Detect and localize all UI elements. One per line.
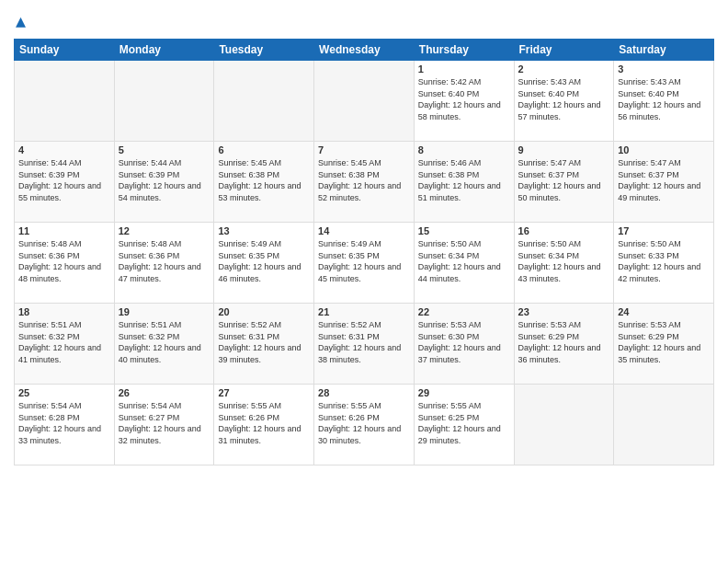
day-number: 7 bbox=[318, 144, 410, 155]
day-cell: 14Sunrise: 5:49 AMSunset: 6:35 PMDayligh… bbox=[314, 223, 415, 304]
day-info: Sunrise: 5:51 AMSunset: 6:32 PMDaylight:… bbox=[18, 319, 110, 365]
day-number: 13 bbox=[218, 225, 310, 236]
day-cell bbox=[514, 385, 614, 465]
day-header: Tuesday bbox=[214, 40, 314, 61]
logo: ▴ bbox=[14, 9, 26, 33]
page: ▴ SundayMondayTuesdayWednesdayThursdayFr… bbox=[0, 0, 728, 563]
day-info: Sunrise: 5:53 AMSunset: 6:30 PMDaylight:… bbox=[418, 319, 510, 365]
day-cell bbox=[314, 61, 415, 142]
day-number: 9 bbox=[518, 144, 610, 155]
day-number: 3 bbox=[618, 63, 710, 75]
day-header: Friday bbox=[514, 40, 614, 61]
day-info: Sunrise: 5:52 AMSunset: 6:31 PMDaylight:… bbox=[318, 319, 410, 365]
day-number: 21 bbox=[318, 306, 410, 317]
day-cell: 4Sunrise: 5:44 AMSunset: 6:39 PMDaylight… bbox=[15, 142, 115, 223]
day-number: 11 bbox=[18, 225, 110, 236]
day-cell: 7Sunrise: 5:45 AMSunset: 6:38 PMDaylight… bbox=[314, 142, 415, 223]
day-cell bbox=[15, 61, 115, 142]
day-info: Sunrise: 5:49 AMSunset: 6:35 PMDaylight:… bbox=[318, 238, 410, 284]
day-cell: 6Sunrise: 5:45 AMSunset: 6:38 PMDaylight… bbox=[214, 142, 314, 223]
day-number: 22 bbox=[418, 306, 510, 317]
week-row: 4Sunrise: 5:44 AMSunset: 6:39 PMDaylight… bbox=[15, 142, 714, 223]
day-cell: 24Sunrise: 5:53 AMSunset: 6:29 PMDayligh… bbox=[614, 304, 714, 385]
day-number: 28 bbox=[318, 387, 410, 398]
day-info: Sunrise: 5:46 AMSunset: 6:38 PMDaylight:… bbox=[418, 157, 510, 203]
day-cell: 15Sunrise: 5:50 AMSunset: 6:34 PMDayligh… bbox=[414, 223, 514, 304]
week-row: 25Sunrise: 5:54 AMSunset: 6:28 PMDayligh… bbox=[15, 385, 714, 465]
day-number: 2 bbox=[518, 63, 610, 75]
day-number: 26 bbox=[119, 387, 210, 398]
day-cell: 19Sunrise: 5:51 AMSunset: 6:32 PMDayligh… bbox=[114, 304, 214, 385]
day-number: 12 bbox=[119, 225, 210, 236]
day-info: Sunrise: 5:52 AMSunset: 6:31 PMDaylight:… bbox=[218, 319, 310, 365]
day-info: Sunrise: 5:50 AMSunset: 6:34 PMDaylight:… bbox=[518, 238, 610, 284]
day-info: Sunrise: 5:50 AMSunset: 6:33 PMDaylight:… bbox=[618, 238, 710, 284]
calendar: SundayMondayTuesdayWednesdayThursdayFrid… bbox=[14, 39, 714, 465]
day-info: Sunrise: 5:44 AMSunset: 6:39 PMDaylight:… bbox=[18, 157, 110, 203]
day-number: 14 bbox=[318, 225, 410, 236]
day-cell: 29Sunrise: 5:55 AMSunset: 6:25 PMDayligh… bbox=[414, 385, 514, 465]
day-info: Sunrise: 5:45 AMSunset: 6:38 PMDaylight:… bbox=[318, 157, 410, 203]
day-cell: 12Sunrise: 5:48 AMSunset: 6:36 PMDayligh… bbox=[114, 223, 214, 304]
day-info: Sunrise: 5:53 AMSunset: 6:29 PMDaylight:… bbox=[518, 319, 610, 365]
day-info: Sunrise: 5:55 AMSunset: 6:26 PMDaylight:… bbox=[218, 400, 310, 446]
day-cell: 3Sunrise: 5:43 AMSunset: 6:40 PMDaylight… bbox=[614, 61, 714, 142]
day-cell: 23Sunrise: 5:53 AMSunset: 6:29 PMDayligh… bbox=[514, 304, 614, 385]
day-header: Monday bbox=[114, 40, 214, 61]
day-header: Wednesday bbox=[314, 40, 415, 61]
day-info: Sunrise: 5:51 AMSunset: 6:32 PMDaylight:… bbox=[119, 319, 210, 365]
day-info: Sunrise: 5:49 AMSunset: 6:35 PMDaylight:… bbox=[218, 238, 310, 284]
day-cell bbox=[114, 61, 214, 142]
day-info: Sunrise: 5:53 AMSunset: 6:29 PMDaylight:… bbox=[618, 319, 710, 365]
logo-icon: ▴ bbox=[16, 9, 26, 33]
day-number: 19 bbox=[119, 306, 210, 317]
day-info: Sunrise: 5:45 AMSunset: 6:38 PMDaylight:… bbox=[218, 157, 310, 203]
day-cell: 5Sunrise: 5:44 AMSunset: 6:39 PMDaylight… bbox=[114, 142, 214, 223]
day-info: Sunrise: 5:48 AMSunset: 6:36 PMDaylight:… bbox=[18, 238, 110, 284]
day-cell: 28Sunrise: 5:55 AMSunset: 6:26 PMDayligh… bbox=[314, 385, 415, 465]
day-number: 6 bbox=[218, 144, 310, 155]
day-cell: 26Sunrise: 5:54 AMSunset: 6:27 PMDayligh… bbox=[114, 385, 214, 465]
day-number: 4 bbox=[18, 144, 110, 155]
day-number: 16 bbox=[518, 225, 610, 236]
day-info: Sunrise: 5:50 AMSunset: 6:34 PMDaylight:… bbox=[418, 238, 510, 284]
day-cell: 25Sunrise: 5:54 AMSunset: 6:28 PMDayligh… bbox=[15, 385, 115, 465]
day-info: Sunrise: 5:47 AMSunset: 6:37 PMDaylight:… bbox=[518, 157, 610, 203]
day-number: 5 bbox=[119, 144, 210, 155]
day-info: Sunrise: 5:43 AMSunset: 6:40 PMDaylight:… bbox=[518, 76, 610, 122]
day-info: Sunrise: 5:42 AMSunset: 6:40 PMDaylight:… bbox=[418, 76, 510, 122]
day-cell: 17Sunrise: 5:50 AMSunset: 6:33 PMDayligh… bbox=[614, 223, 714, 304]
day-number: 29 bbox=[418, 387, 510, 398]
day-cell: 27Sunrise: 5:55 AMSunset: 6:26 PMDayligh… bbox=[214, 385, 314, 465]
day-info: Sunrise: 5:43 AMSunset: 6:40 PMDaylight:… bbox=[618, 76, 710, 122]
day-cell: 2Sunrise: 5:43 AMSunset: 6:40 PMDaylight… bbox=[514, 61, 614, 142]
header: ▴ bbox=[14, 9, 714, 33]
day-number: 8 bbox=[418, 144, 510, 155]
day-info: Sunrise: 5:44 AMSunset: 6:39 PMDaylight:… bbox=[119, 157, 210, 203]
day-number: 24 bbox=[618, 306, 710, 317]
day-cell: 16Sunrise: 5:50 AMSunset: 6:34 PMDayligh… bbox=[514, 223, 614, 304]
day-cell: 21Sunrise: 5:52 AMSunset: 6:31 PMDayligh… bbox=[314, 304, 415, 385]
day-cell: 13Sunrise: 5:49 AMSunset: 6:35 PMDayligh… bbox=[214, 223, 314, 304]
day-number: 20 bbox=[218, 306, 310, 317]
week-row: 11Sunrise: 5:48 AMSunset: 6:36 PMDayligh… bbox=[15, 223, 714, 304]
week-row: 1Sunrise: 5:42 AMSunset: 6:40 PMDaylight… bbox=[15, 61, 714, 142]
day-info: Sunrise: 5:47 AMSunset: 6:37 PMDaylight:… bbox=[618, 157, 710, 203]
day-header: Sunday bbox=[15, 40, 115, 61]
day-header: Saturday bbox=[614, 40, 714, 61]
day-cell bbox=[614, 385, 714, 465]
day-info: Sunrise: 5:54 AMSunset: 6:28 PMDaylight:… bbox=[18, 400, 110, 446]
week-row: 18Sunrise: 5:51 AMSunset: 6:32 PMDayligh… bbox=[15, 304, 714, 385]
day-info: Sunrise: 5:54 AMSunset: 6:27 PMDaylight:… bbox=[119, 400, 210, 446]
day-number: 25 bbox=[18, 387, 110, 398]
header-row: SundayMondayTuesdayWednesdayThursdayFrid… bbox=[15, 40, 714, 61]
day-cell: 9Sunrise: 5:47 AMSunset: 6:37 PMDaylight… bbox=[514, 142, 614, 223]
day-number: 27 bbox=[218, 387, 310, 398]
day-number: 15 bbox=[418, 225, 510, 236]
day-number: 17 bbox=[618, 225, 710, 236]
day-cell: 1Sunrise: 5:42 AMSunset: 6:40 PMDaylight… bbox=[414, 61, 514, 142]
day-cell: 8Sunrise: 5:46 AMSunset: 6:38 PMDaylight… bbox=[414, 142, 514, 223]
day-cell: 10Sunrise: 5:47 AMSunset: 6:37 PMDayligh… bbox=[614, 142, 714, 223]
day-info: Sunrise: 5:55 AMSunset: 6:25 PMDaylight:… bbox=[418, 400, 510, 446]
day-number: 1 bbox=[418, 63, 510, 75]
